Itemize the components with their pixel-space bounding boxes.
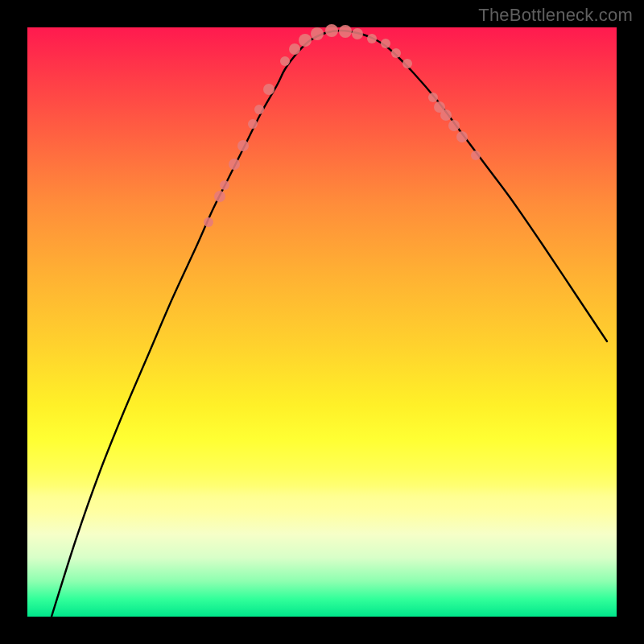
data-point [229,159,240,170]
data-point [289,43,300,55]
data-point [456,131,468,142]
data-point [311,27,324,40]
data-point [381,39,390,48]
data-point [367,34,377,43]
curve-layer [27,27,617,617]
data-point [402,59,412,68]
data-point [440,109,452,121]
data-point [214,191,225,202]
data-point [471,151,481,160]
data-point [428,93,438,102]
data-point [248,119,258,129]
data-point [220,180,229,190]
data-point [339,25,352,38]
data-point [254,105,264,114]
chart-frame: TheBottleneck.com [0,0,644,644]
data-point [204,217,213,227]
bottleneck-curve [52,31,607,617]
data-point [263,84,275,95]
data-point [325,24,338,37]
watermark-text: TheBottleneck.com [478,5,633,26]
data-point [280,56,290,66]
data-point [352,28,363,39]
data-point [299,34,312,47]
data-point [391,48,401,58]
plot-area [27,27,617,617]
data-point [237,140,249,151]
data-point [448,120,460,131]
